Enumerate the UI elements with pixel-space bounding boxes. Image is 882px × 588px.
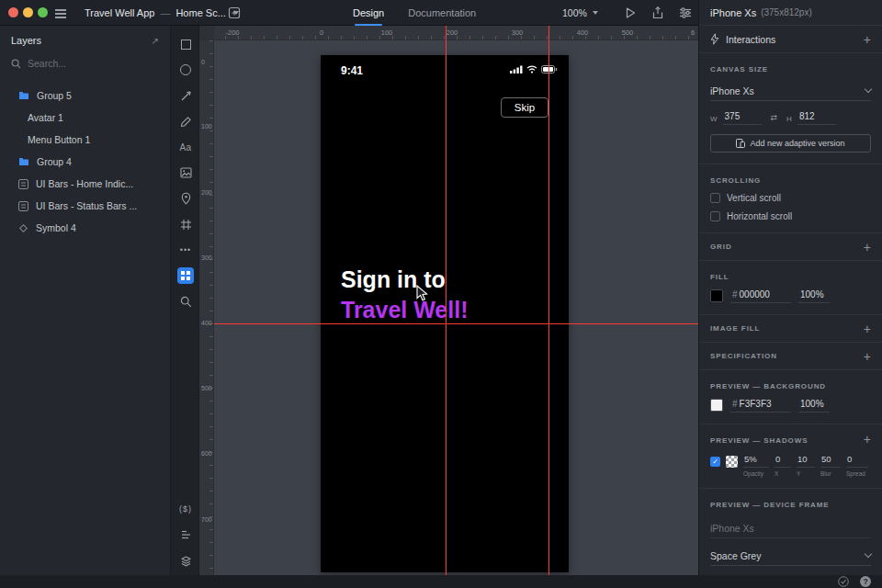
guide-vertical-2[interactable]	[548, 26, 549, 575]
fill-color-swatch[interactable]	[710, 289, 723, 302]
selected-artboard-size: (375x812px)	[761, 7, 812, 17]
add-grid-button[interactable]: +	[864, 240, 871, 254]
vertical-scroll-label: Vertical scroll	[727, 193, 781, 203]
add-adaptive-version-button[interactable]: Add new adaptive version	[710, 134, 871, 153]
help-button[interactable]: ?	[860, 576, 871, 587]
grid-icon	[177, 267, 194, 284]
canvas[interactable]: -200 0 100 200 300 400 500 6 0 100 200 3…	[199, 26, 698, 575]
layer-item-symbol4[interactable]: Symbol 4	[0, 217, 170, 239]
artboard-tool[interactable]	[171, 211, 200, 237]
inspector-header: iPhone Xs (375x812px)	[699, 0, 882, 26]
ruler-label: 400	[577, 28, 589, 37]
preview-shadows-label: PREVIEW — SHADOWS	[710, 436, 808, 445]
components-tool-active[interactable]	[171, 263, 200, 288]
add-shadow-button[interactable]: +	[864, 432, 871, 447]
layer-item-group5[interactable]: Group 5	[0, 85, 170, 107]
skip-button[interactable]: Skip	[501, 97, 548, 118]
component-thumb-icon	[18, 201, 28, 211]
preview-bg-hex-field[interactable]: # F3F3F3	[730, 398, 791, 413]
guide-vertical-1[interactable]	[446, 26, 447, 575]
checkbox-vertical-scroll[interactable]	[710, 193, 720, 203]
fill-section: FILL # 000000 100%	[699, 261, 882, 315]
layer-item-group4[interactable]: Group 4	[0, 151, 170, 173]
shadow-spread[interactable]: 0 Spread	[846, 453, 868, 477]
zoom-control[interactable]: 100%	[562, 0, 598, 26]
shadow-opacity[interactable]: 5% Opacity	[743, 453, 769, 477]
guide-horizontal-1[interactable]	[214, 323, 698, 324]
ruler-label: 0	[201, 59, 205, 65]
ruler-vertical[interactable]: 0 100 200 300 400 500 600 700	[199, 40, 214, 575]
ruler-label: 100	[201, 123, 212, 130]
horizontal-scroll-option[interactable]: Horizontal scroll	[710, 211, 871, 221]
shadow-x[interactable]: 0 X	[775, 453, 791, 477]
collapse-panel-icon[interactable]: ↗	[152, 36, 159, 46]
tab-documentation[interactable]: Documentation	[408, 0, 476, 26]
zoom-tool[interactable]	[171, 288, 200, 314]
layer-label: Menu Button 1	[28, 134, 90, 145]
headline-line2: Travel Well!	[341, 295, 469, 325]
title-separator: —	[160, 7, 170, 18]
height-field[interactable]: 812	[797, 110, 836, 125]
specification-section: SPECIFICATION +	[699, 343, 882, 370]
ruler-horizontal[interactable]: -200 0 100 200 300 400 500 6	[199, 26, 698, 40]
add-specification-button[interactable]: +	[864, 349, 871, 364]
oval-tool[interactable]	[171, 57, 200, 83]
width-field[interactable]: 375	[723, 110, 762, 125]
layers-stack-icon[interactable]	[171, 548, 200, 573]
device-frame-label: PREVIEW — DEVICE FRAME	[710, 501, 830, 509]
preview-bg-opacity-field[interactable]: 100%	[798, 398, 830, 413]
search-icon	[11, 59, 21, 69]
add-interaction-button[interactable]: +	[864, 32, 871, 47]
window-close-button[interactable]	[8, 7, 18, 17]
layer-item-menu-button1[interactable]: Menu Button 1	[0, 129, 170, 151]
hash-sign: #	[732, 399, 738, 409]
window-minimize-button[interactable]	[23, 7, 33, 17]
preview-bg-swatch[interactable]	[710, 399, 723, 412]
adaptive-icon	[736, 139, 745, 148]
search-input[interactable]	[28, 58, 159, 69]
skip-label: Skip	[514, 102, 535, 113]
pin-tool[interactable]	[171, 186, 200, 211]
settings-icon[interactable]	[678, 6, 693, 20]
line-tool[interactable]	[171, 83, 200, 108]
ruler-label: 600	[201, 450, 212, 457]
fill-hex-field[interactable]: # 000000	[730, 288, 791, 303]
ruler-label: 200	[447, 28, 458, 37]
interactions-row[interactable]: Interactions +	[699, 26, 882, 53]
vertical-scroll-option[interactable]: Vertical scroll	[710, 193, 871, 203]
more-tools[interactable]: •••	[171, 237, 200, 263]
text-tool[interactable]: Aa	[171, 134, 200, 160]
scrolling-label: SCROLLING	[710, 176, 761, 185]
new-artboard-icon[interactable]	[228, 6, 241, 19]
menu-icon[interactable]	[55, 9, 66, 20]
share-button[interactable]	[650, 6, 665, 20]
device-preset-value: iPhone Xs	[710, 85, 754, 96]
device-preset-select[interactable]: iPhone Xs	[710, 81, 871, 101]
add-image-fill-button[interactable]: +	[864, 322, 871, 336]
shadow-blur[interactable]: 50 Blur	[820, 453, 841, 477]
shadow-color-swatch[interactable]	[726, 456, 738, 468]
device-color-select[interactable]: Space Grey	[710, 546, 871, 566]
page-selector[interactable]: Home Sc...	[175, 7, 225, 18]
layout-tree-icon[interactable]	[171, 522, 200, 548]
checkbox-horizontal-scroll[interactable]	[710, 211, 720, 221]
shadow-enabled-checkbox[interactable]: ✓	[710, 457, 720, 467]
image-tool[interactable]	[171, 160, 200, 186]
headline-text[interactable]: Sign in to Travel Well!	[341, 265, 469, 325]
rectangle-tool[interactable]	[171, 31, 200, 57]
tool-strip: Aa ••• ($)	[170, 26, 199, 575]
currency-tool[interactable]: ($)	[171, 496, 200, 522]
layer-item-ui-bars-status[interactable]: UI Bars - Status Bars ...	[0, 195, 170, 217]
fill-label: FILL	[710, 273, 729, 281]
artboard-iphone-xs[interactable]: 9:41 Skip Sign in to Travel Well!	[321, 55, 569, 572]
window-zoom-button[interactable]	[38, 7, 48, 17]
pen-tool[interactable]	[171, 108, 200, 134]
swap-dimensions-icon[interactable]: ⇄	[771, 113, 778, 122]
tab-design[interactable]: Design	[353, 0, 384, 26]
sync-status-icon[interactable]	[838, 576, 849, 587]
preview-play-button[interactable]	[623, 6, 638, 20]
fill-opacity-field[interactable]: 100%	[798, 288, 830, 303]
shadow-y[interactable]: 10 Y	[797, 453, 815, 477]
layer-item-avatar1[interactable]: Avatar 1	[0, 107, 170, 129]
layer-item-ui-bars-home[interactable]: UI Bars - Home Indic...	[0, 173, 170, 195]
